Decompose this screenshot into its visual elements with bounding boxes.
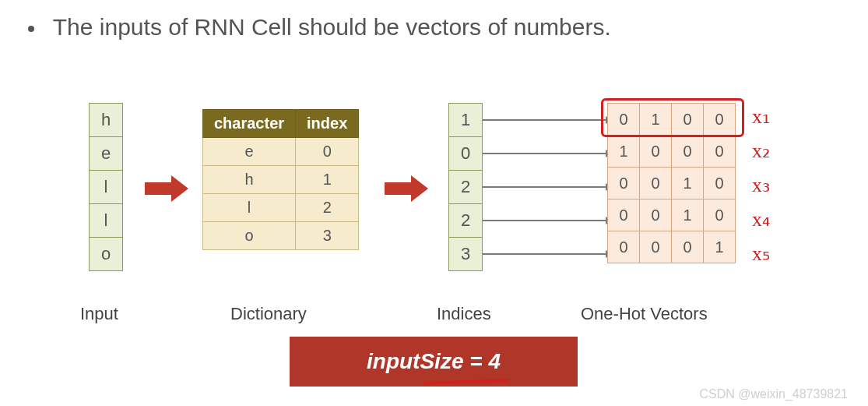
arrow-icon	[145, 175, 188, 202]
input-size-banner: inputSize = 4	[290, 337, 578, 387]
onehot-row: 0 0 1 0	[607, 167, 735, 199]
onehot-label: One-Hot Vectors	[581, 304, 708, 324]
table-row: o3	[203, 222, 359, 250]
dict-header-char: character	[203, 110, 296, 138]
table-row: h1	[203, 166, 359, 194]
index-cell: 1	[448, 103, 483, 137]
index-cell: 3	[448, 237, 483, 271]
onehot-row: 0 1 0 0	[607, 103, 735, 135]
index-cell: 2	[448, 203, 483, 238]
input-cell: h	[89, 103, 123, 137]
dictionary-table: character index e0 h1 l2 o3	[202, 109, 359, 250]
onehot-row: 0 0 0 1	[607, 231, 735, 263]
input-cell: l	[89, 203, 123, 238]
input-column: h e l l o	[89, 103, 123, 270]
dict-header-idx: index	[296, 110, 359, 138]
dictionary-label: Dictionary	[230, 304, 307, 324]
onehot-row: 1 0 0 0	[607, 135, 735, 167]
handwritten-annotation: x₅	[752, 242, 770, 266]
banner-text: inputSize = 4	[367, 349, 501, 374]
slide-title: The inputs of RNN Cell should be vectors…	[28, 14, 611, 41]
title-text: The inputs of RNN Cell should be vectors…	[53, 14, 611, 40]
index-cell: 2	[448, 170, 483, 204]
handwritten-annotation: x₂	[752, 139, 770, 163]
input-cell: l	[89, 170, 123, 204]
connector-group	[483, 103, 607, 274]
index-cell: 0	[448, 136, 483, 171]
input-cell: e	[89, 136, 123, 171]
bullet-icon	[28, 26, 34, 32]
input-cell: o	[89, 237, 123, 271]
handwritten-annotation: x₁	[752, 104, 770, 129]
handwritten-annotation: x₃	[752, 173, 770, 197]
arrow-icon	[385, 175, 428, 202]
handwritten-annotation: x₄	[752, 207, 770, 231]
onehot-matrix: 0 1 0 0 1 0 0 0 0 0 1 0 0 0 1 0 0 0 0 1	[607, 103, 735, 263]
watermark: CSDN @weixin_48739821	[699, 387, 848, 401]
table-row: l2	[203, 194, 359, 222]
indices-label: Indices	[437, 304, 491, 324]
input-label: Input	[80, 304, 118, 324]
table-row: e0	[203, 138, 359, 166]
onehot-row: 0 0 1 0	[607, 199, 735, 231]
indices-column: 1 0 2 2 3	[448, 103, 483, 270]
